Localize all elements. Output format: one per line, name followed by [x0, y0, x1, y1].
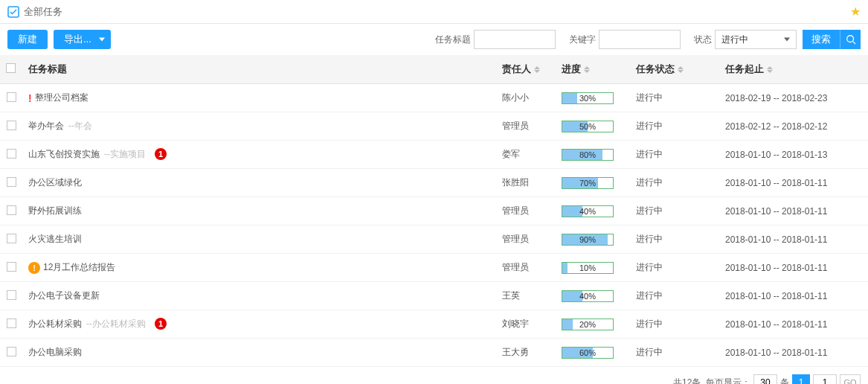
task-status: 进行中 — [636, 121, 663, 131]
task-dates: 2018-01-10 -- 2018-01-11 — [725, 234, 827, 245]
toolbar: 新建 导出... 任务标题 关键字 状态 进行中 搜索 — [0, 24, 868, 55]
col-dates[interactable]: 任务起止 — [719, 55, 868, 84]
task-title: 野外拓展训练 — [28, 205, 82, 216]
table-row[interactable]: 举办年会--年会管理员50%进行中2018-02-12 -- 2018-02-1… — [0, 112, 868, 141]
search-button[interactable]: 搜索 — [803, 30, 840, 49]
task-dates: 2018-01-10 -- 2018-01-11 — [725, 178, 827, 188]
progress-text: 40% — [562, 206, 613, 217]
row-checkbox[interactable] — [7, 347, 16, 356]
priority-high-icon: ! — [28, 92, 32, 104]
go-button[interactable]: GO — [840, 374, 861, 384]
pager-unit: 条 — [780, 377, 789, 385]
progress-bar: 50% — [562, 121, 614, 132]
progress-bar: 10% — [562, 262, 614, 274]
sort-icon — [678, 66, 684, 73]
table-row[interactable]: 野外拓展训练管理员40%进行中2018-01-10 -- 2018-01-11 — [0, 197, 868, 225]
task-title: 办公电脑采购 — [28, 347, 82, 357]
task-owner: 陈小小 — [502, 92, 529, 103]
task-owner: 王英 — [502, 290, 520, 301]
table-row[interactable]: 办公电脑采购王大勇60%进行中2018-01-10 -- 2018-01-11 — [0, 339, 868, 367]
table-row[interactable]: 火灾逃生培训管理员90%进行中2018-01-10 -- 2018-01-11 — [0, 225, 868, 254]
table-row[interactable]: 山东飞创投资实施--实施项目1娄军80%进行中2018-01-10 -- 201… — [0, 141, 868, 169]
col-owner[interactable]: 责任人 — [496, 55, 556, 84]
task-dates: 2018-01-10 -- 2018-01-11 — [725, 206, 827, 217]
table-row[interactable]: !整理公司档案陈小小30%进行中2018-02-19 -- 2018-02-23 — [0, 84, 868, 112]
status-select[interactable]: 进行中 — [715, 30, 797, 49]
progress-bar: 90% — [562, 234, 614, 246]
status-value: 进行中 — [721, 33, 748, 46]
table-row[interactable]: !12月工作总结报告管理员10%进行中2018-01-10 -- 2018-01… — [0, 254, 868, 282]
task-title: 办公耗材采购 — [28, 319, 82, 329]
sort-icon — [584, 66, 590, 73]
table-row[interactable]: 办公耗材采购--办公耗材采购1刘晓宇20%进行中2018-01-10 -- 20… — [0, 310, 868, 339]
priority-warn-icon: ! — [28, 262, 40, 274]
pager: 共12条, 每页显示： 条 1 GO — [0, 367, 868, 384]
task-owner: 管理员 — [502, 205, 529, 216]
task-status: 进行中 — [636, 177, 663, 188]
task-owner: 管理员 — [502, 121, 529, 131]
table-row[interactable]: 办公区域绿化张胜阳70%进行中2018-01-10 -- 2018-01-11 — [0, 169, 868, 197]
task-dates: 2018-01-10 -- 2018-01-11 — [725, 291, 827, 301]
task-owner: 娄军 — [502, 149, 520, 159]
title-filter: 任务标题 — [428, 30, 556, 49]
row-checkbox[interactable] — [7, 92, 16, 102]
row-checkbox[interactable] — [7, 262, 16, 272]
row-checkbox[interactable] — [7, 149, 16, 159]
task-status: 进行中 — [636, 262, 663, 272]
count-badge: 1 — [155, 148, 167, 160]
task-owner: 刘晓宇 — [502, 319, 529, 329]
progress-bar: 40% — [562, 290, 614, 302]
progress-text: 40% — [562, 291, 613, 301]
status-filter: 状态 进行中 — [687, 30, 797, 49]
task-dates: 2018-02-12 -- 2018-02-12 — [725, 121, 827, 132]
keyword-input[interactable] — [599, 30, 681, 49]
row-checkbox[interactable] — [7, 290, 16, 300]
task-owner: 王大勇 — [502, 347, 529, 357]
progress-text: 90% — [562, 234, 613, 245]
task-owner: 管理员 — [502, 262, 529, 272]
title-label: 任务标题 — [435, 33, 471, 46]
page-title: 全部任务 — [24, 5, 850, 19]
task-title: 办公区域绿化 — [28, 177, 82, 188]
table-header-row: 任务标题 责任人 进度 任务状态 任务起止 — [0, 55, 868, 84]
new-button[interactable]: 新建 — [7, 30, 48, 49]
task-tag: --办公耗材采购 — [86, 319, 146, 329]
task-table: 任务标题 责任人 进度 任务状态 任务起止 !整理公司档案陈小小30%进行中20… — [0, 55, 868, 367]
task-title: 整理公司档案 — [35, 92, 89, 103]
star-icon[interactable]: ★ — [850, 4, 861, 19]
task-title: 举办年会 — [28, 121, 64, 131]
task-dates: 2018-01-10 -- 2018-01-11 — [725, 319, 827, 330]
row-checkbox[interactable] — [7, 234, 16, 243]
task-status: 进行中 — [636, 290, 663, 301]
select-all-checkbox[interactable] — [6, 63, 16, 73]
progress-text: 20% — [562, 319, 613, 330]
task-title: 火灾逃生培训 — [28, 234, 82, 244]
col-check — [0, 55, 22, 84]
progress-text: 30% — [562, 93, 613, 103]
title-input[interactable] — [474, 30, 556, 49]
task-owner: 管理员 — [502, 234, 529, 244]
row-checkbox[interactable] — [7, 319, 16, 328]
row-checkbox[interactable] — [7, 205, 16, 215]
status-label: 状态 — [694, 33, 712, 46]
task-dates: 2018-01-10 -- 2018-01-11 — [725, 263, 827, 273]
count-badge: 1 — [155, 318, 167, 330]
goto-page-input[interactable] — [813, 374, 837, 384]
col-title[interactable]: 任务标题 — [22, 55, 496, 84]
page-current[interactable]: 1 — [792, 374, 810, 384]
task-status: 进行中 — [636, 319, 663, 329]
progress-text: 80% — [562, 150, 613, 160]
task-dates: 2018-02-19 -- 2018-02-23 — [725, 93, 827, 103]
export-button[interactable]: 导出... — [54, 30, 111, 49]
page-header: 全部任务 ★ — [0, 0, 868, 24]
row-checkbox[interactable] — [7, 177, 16, 187]
table-row[interactable]: 办公电子设备更新王英40%进行中2018-01-10 -- 2018-01-11 — [0, 282, 868, 310]
progress-bar: 40% — [562, 205, 614, 217]
search-icon-button[interactable] — [840, 30, 861, 49]
svg-line-2 — [852, 42, 855, 45]
col-status[interactable]: 任务状态 — [630, 55, 719, 84]
page-size-input[interactable] — [753, 374, 777, 384]
progress-text: 60% — [562, 348, 613, 358]
row-checkbox[interactable] — [7, 121, 16, 130]
col-progress[interactable]: 进度 — [556, 55, 630, 84]
